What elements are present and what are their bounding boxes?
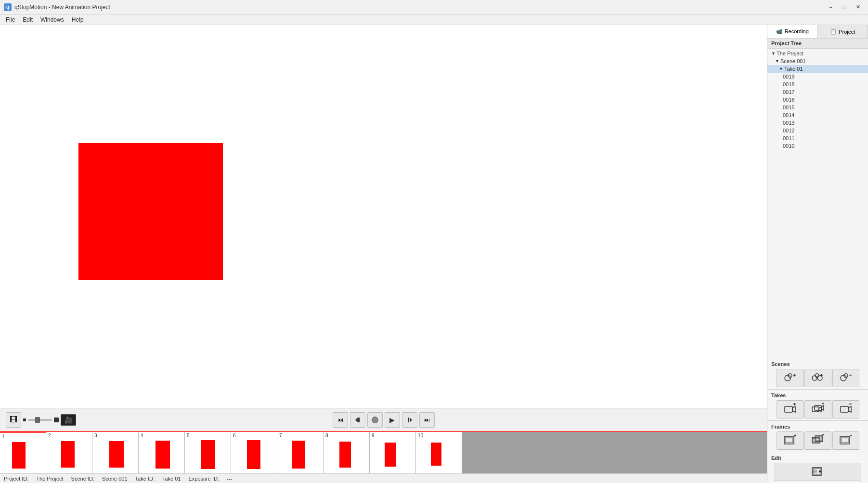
scenes-label: Scenes bbox=[769, 360, 866, 369]
skip-forward-button[interactable]: ⏭ bbox=[419, 412, 435, 428]
canvas-area: 🎞 🎥 ⏮ bbox=[0, 25, 767, 483]
frame-red-rect bbox=[12, 442, 26, 469]
add-frame-button[interactable] bbox=[777, 431, 803, 450]
frame-label-0016: 0016 bbox=[783, 97, 794, 103]
camera-button[interactable]: 🎥 bbox=[61, 414, 76, 426]
frame-red-rect bbox=[155, 441, 170, 469]
menu-edit[interactable]: Edit bbox=[19, 15, 37, 24]
recording-tab-label: Recording bbox=[785, 28, 809, 34]
list-item[interactable]: 0010 bbox=[767, 142, 868, 150]
table-row[interactable]: 8 bbox=[324, 432, 370, 473]
project-id-label: Project ID: bbox=[4, 476, 28, 482]
main-layout: 🎞 🎥 ⏮ bbox=[0, 25, 868, 483]
table-row[interactable]: 9 bbox=[370, 432, 416, 473]
copy-take-button[interactable] bbox=[804, 400, 831, 418]
list-item[interactable]: 0015 bbox=[767, 104, 868, 111]
table-row[interactable]: 3 bbox=[92, 432, 139, 473]
list-item[interactable]: 0018 bbox=[767, 80, 868, 88]
window-title: qStopMotion - New Animation Project bbox=[14, 4, 825, 11]
table-row[interactable]: 6 bbox=[231, 432, 277, 473]
copy-frame-button[interactable] bbox=[804, 431, 831, 450]
frame-label-0010: 0010 bbox=[783, 143, 794, 149]
close-button[interactable]: ✕ bbox=[852, 2, 864, 12]
recording-tab-icon: 📹 bbox=[776, 28, 783, 35]
tab-project[interactable]: 📋 Project bbox=[818, 25, 868, 38]
tree-label-take01: Take 01 bbox=[784, 66, 803, 72]
edit-section: Edit bbox=[767, 452, 868, 483]
tree-arrow-take: ▼ bbox=[779, 66, 783, 71]
frame-label-0012: 0012 bbox=[783, 128, 794, 133]
table-row[interactable]: 1 bbox=[0, 432, 46, 473]
tree-item-root[interactable]: ▼ The Project bbox=[767, 50, 868, 57]
remove-take-button[interactable] bbox=[832, 400, 859, 418]
tree-item-scene001[interactable]: ▼ Scene 001 bbox=[767, 57, 868, 65]
list-item[interactable]: 0012 bbox=[767, 127, 868, 134]
frame-red-rect bbox=[431, 443, 441, 466]
svg-marker-17 bbox=[792, 406, 795, 412]
skip-back-button[interactable]: ⏮ bbox=[333, 412, 348, 428]
menu-help[interactable]: Help bbox=[68, 15, 88, 24]
frame-red-rect bbox=[292, 441, 305, 469]
timeline-frames: 1 2 3 bbox=[0, 432, 767, 473]
frame-label-0015: 0015 bbox=[783, 104, 794, 110]
play-button[interactable]: ▶ bbox=[385, 412, 400, 428]
table-row[interactable]: 2 bbox=[46, 432, 92, 473]
scenes-section: Scenes bbox=[767, 358, 868, 389]
copy-scene-button[interactable] bbox=[804, 369, 831, 387]
minimize-button[interactable]: − bbox=[825, 2, 837, 12]
svg-marker-2 bbox=[410, 418, 412, 422]
frame-label-0014: 0014 bbox=[783, 112, 794, 118]
table-row[interactable]: 10 bbox=[416, 432, 462, 473]
zoom-slider-track[interactable] bbox=[28, 419, 52, 421]
frame-label-0018: 0018 bbox=[783, 81, 794, 87]
exposure-id-label: Exposure ID: bbox=[188, 476, 219, 482]
svg-marker-44 bbox=[819, 470, 822, 473]
tree-label-scene001: Scene 001 bbox=[780, 58, 806, 64]
frame-thumbnail bbox=[279, 439, 322, 473]
list-item[interactable]: 0016 bbox=[767, 96, 868, 104]
remove-scene-button[interactable] bbox=[832, 369, 859, 387]
remove-frame-button[interactable] bbox=[832, 431, 859, 450]
frames-buttons bbox=[769, 431, 866, 450]
svg-rect-3 bbox=[408, 418, 409, 422]
frame-thumbnail bbox=[371, 439, 415, 473]
add-take-button[interactable] bbox=[777, 400, 803, 418]
right-panel: 📹 Recording 📋 Project Project Tree ▼ The… bbox=[767, 25, 868, 483]
tree-arrow-scene: ▼ bbox=[775, 59, 779, 64]
svg-rect-20 bbox=[812, 407, 819, 412]
menu-windows[interactable]: Windows bbox=[37, 15, 68, 24]
panel-tabs: 📹 Recording 📋 Project bbox=[767, 25, 868, 39]
step-back-button[interactable] bbox=[350, 412, 365, 428]
edit-buttons bbox=[769, 463, 866, 481]
add-scene-button[interactable] bbox=[777, 369, 803, 387]
svg-rect-1 bbox=[358, 418, 360, 422]
edit-frame-button[interactable] bbox=[775, 463, 861, 481]
list-item[interactable]: 0019 bbox=[767, 73, 868, 80]
list-item[interactable]: 0013 bbox=[767, 119, 868, 127]
tab-recording[interactable]: 📹 Recording bbox=[767, 25, 818, 38]
frame-red-rect bbox=[201, 440, 215, 469]
app-icon: q bbox=[4, 3, 12, 11]
record-dot bbox=[372, 417, 378, 423]
menu-file[interactable]: File bbox=[2, 15, 19, 24]
table-row[interactable]: 7 bbox=[277, 432, 324, 473]
list-item[interactable]: 0017 bbox=[767, 88, 868, 96]
record-button[interactable] bbox=[367, 412, 383, 428]
table-row[interactable]: 4 bbox=[139, 432, 185, 473]
frame-red-rect bbox=[247, 440, 260, 469]
filmstrip-button[interactable]: 🎞 bbox=[6, 412, 21, 428]
frame-red-rect bbox=[61, 441, 75, 468]
step-forward-button[interactable] bbox=[402, 412, 417, 428]
list-item[interactable]: 0011 bbox=[767, 134, 868, 142]
maximize-button[interactable]: □ bbox=[838, 2, 851, 12]
frame-thumbnail bbox=[48, 439, 91, 473]
table-row[interactable]: 5 bbox=[185, 432, 231, 473]
tree-item-take01[interactable]: ▼ Take 01 bbox=[767, 65, 868, 73]
takes-label: Takes bbox=[769, 392, 866, 400]
zoom-slider-thumb[interactable] bbox=[35, 417, 40, 423]
frame-red-rect bbox=[109, 441, 124, 468]
svg-marker-27 bbox=[848, 406, 851, 412]
list-item[interactable]: 0014 bbox=[767, 111, 868, 119]
svg-point-8 bbox=[812, 376, 817, 380]
transport-controls: ⏮ ▶ ⏭ bbox=[333, 412, 435, 428]
